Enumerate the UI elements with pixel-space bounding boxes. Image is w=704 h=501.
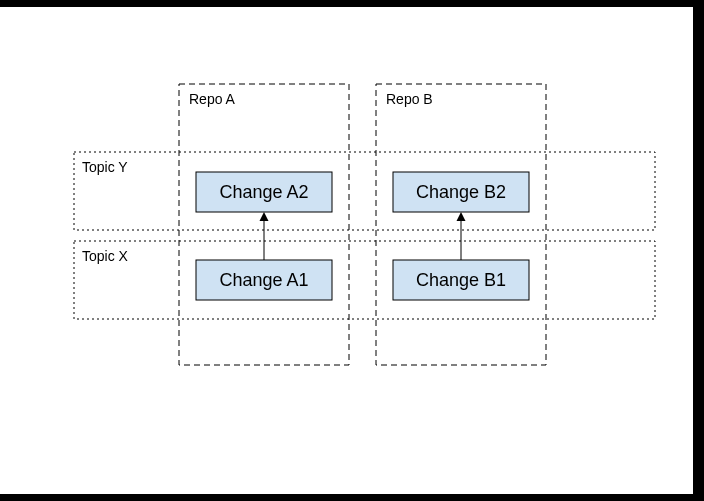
change-a1-label: Change A1 [219, 270, 308, 290]
arrow-a1-to-a2 [260, 212, 269, 260]
diagram-svg: Topic Y Topic X Repo A Repo B Change A2 … [0, 7, 693, 494]
topic-x-box [74, 241, 655, 319]
svg-marker-1 [260, 212, 269, 221]
repo-b-label: Repo B [386, 91, 433, 107]
topic-x-label: Topic X [82, 248, 129, 264]
svg-marker-3 [457, 212, 466, 221]
arrow-b1-to-b2 [457, 212, 466, 260]
repo-a-label: Repo A [189, 91, 236, 107]
change-a2-label: Change A2 [219, 182, 308, 202]
topic-y-label: Topic Y [82, 159, 128, 175]
change-b2-label: Change B2 [416, 182, 506, 202]
topic-y-box [74, 152, 655, 230]
change-b1-label: Change B1 [416, 270, 506, 290]
diagram-sheet: Topic Y Topic X Repo A Repo B Change A2 … [0, 7, 693, 494]
